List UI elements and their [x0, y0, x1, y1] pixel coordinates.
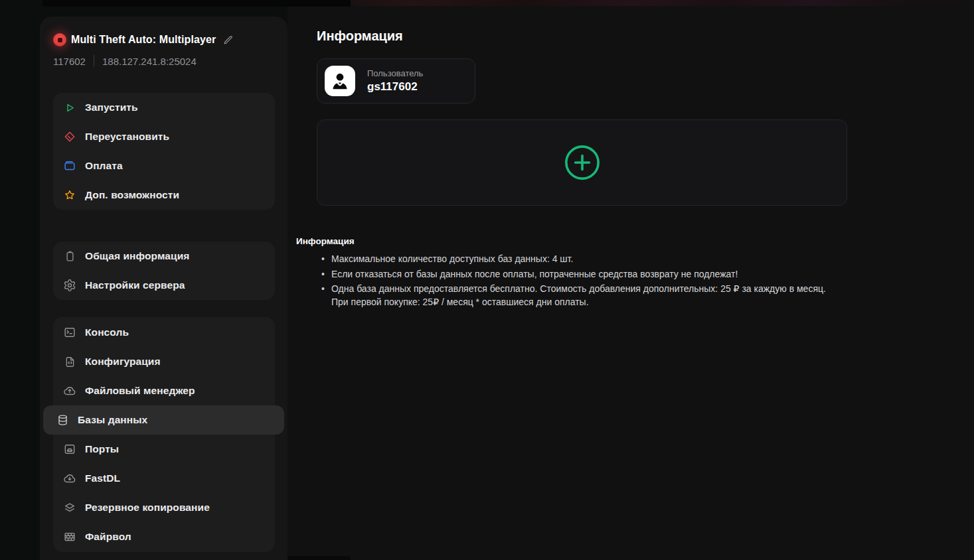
server-id: 117602 [53, 56, 86, 67]
sidebar-item-start[interactable]: Запустить [53, 93, 275, 122]
server-control-panel: Multi Theft Auto: Multiplayer 117602 188… [0, 0, 974, 560]
info-bullet: Максимальное количество доступных баз да… [320, 253, 841, 266]
sidebar-item-configuration[interactable]: Конфигурация [53, 347, 275, 376]
terminal-icon [63, 326, 76, 339]
sidebar-item-server-settings[interactable]: Настройки сервера [53, 271, 275, 300]
user-card-label: Пользователь [367, 68, 423, 78]
sidebar-manage-card: Консоль Конфигурация Файловый менеджер Б… [53, 317, 275, 552]
sidebar-item-addons[interactable]: Доп. возможности [53, 180, 275, 210]
divider [94, 55, 94, 67]
server-name: Multi Theft Auto: Multiplayer [71, 34, 216, 46]
clipboard-icon [63, 249, 76, 263]
star-icon [63, 188, 76, 202]
sidebar-item-console[interactable]: Консоль [53, 318, 275, 347]
stop-status-icon [53, 33, 66, 46]
sidebar-item-general-info[interactable]: Общая информация [53, 242, 275, 271]
sidebar: Multi Theft Auto: Multiplayer 117602 188… [40, 17, 287, 560]
user-card: Пользователь gs117602 [317, 58, 475, 104]
user-icon [325, 66, 355, 96]
info-block: Информация Максимальное количество досту… [296, 236, 847, 311]
info-bullet: Если отказаться от базы данных после опл… [320, 268, 841, 281]
gear-icon [63, 279, 76, 292]
main-content: Информация Пользователь gs117602 Инфо [287, 0, 974, 560]
sidebar-item-databases[interactable]: Базы данных [43, 405, 284, 435]
page-title: Информация [317, 28, 403, 44]
config-file-icon [63, 355, 76, 368]
pencil-icon[interactable] [222, 35, 234, 46]
sidebar-info-card: Общая информация Настройки сервера [53, 242, 275, 300]
server-address: 188.127.241.8:25024 [102, 56, 197, 67]
layers-icon [63, 501, 76, 514]
server-header: Multi Theft Auto: Multiplayer 117602 188… [40, 17, 287, 67]
sidebar-item-reinstall[interactable]: Переустановить [53, 122, 275, 151]
info-list: Максимальное количество доступных баз да… [296, 253, 841, 309]
wallet-icon [63, 159, 76, 173]
cloud-upload-icon [63, 384, 76, 397]
sidebar-actions-card: Запустить Переустановить Оплата Доп. воз… [53, 93, 275, 210]
reinstall-icon [63, 130, 76, 143]
play-icon [63, 101, 76, 114]
plus-circle-icon [563, 143, 602, 182]
ethernet-port-icon [63, 443, 76, 456]
cloud-download-icon [63, 472, 76, 485]
sidebar-item-fastdl[interactable]: FastDL [53, 464, 275, 493]
sidebar-item-firewall[interactable]: Файрвол [53, 522, 275, 551]
sidebar-item-payment[interactable]: Оплата [53, 151, 275, 180]
info-bullet: Одна база данных предоставляется бесплат… [320, 283, 841, 309]
sidebar-item-backups[interactable]: Резервное копирование [53, 493, 275, 522]
add-database-button[interactable] [317, 119, 847, 206]
info-heading: Информация [296, 236, 847, 246]
brick-wall-icon [63, 530, 76, 543]
user-card-value: gs117602 [367, 80, 423, 94]
sidebar-item-file-manager[interactable]: Файловый менеджер [53, 376, 275, 405]
database-icon [56, 413, 69, 427]
sidebar-item-ports[interactable]: Порты [53, 435, 275, 464]
